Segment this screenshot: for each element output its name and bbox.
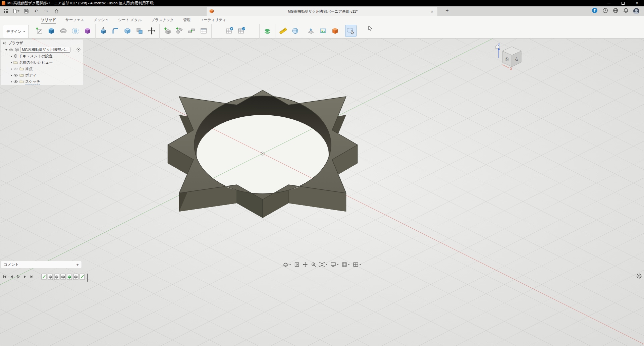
pattern-button[interactable] xyxy=(70,25,81,37)
timeline-extrude-green-feature[interactable] xyxy=(67,273,72,282)
minimize-button[interactable] xyxy=(602,0,616,6)
visibility-eye-icon[interactable] xyxy=(13,80,18,84)
notifications-bell-icon[interactable] xyxy=(623,8,629,15)
expand-arrow-icon[interactable] xyxy=(11,81,12,83)
browser-item-root-component[interactable]: MG高機動型ザク用脚部バーニア... xyxy=(1,47,83,53)
browser-item-origin[interactable]: 原点 xyxy=(1,66,83,72)
configuration-table-button[interactable] xyxy=(236,25,247,37)
timeline-sketch-feature[interactable] xyxy=(41,273,47,282)
expand-arrow-icon[interactable] xyxy=(11,74,12,76)
undo-icon[interactable]: ↶ xyxy=(33,8,40,14)
preferences-gear-icon[interactable] xyxy=(636,273,642,280)
grid-snap-button[interactable] xyxy=(342,262,350,267)
joint-button[interactable] xyxy=(174,25,185,37)
insert-canvas-button[interactable] xyxy=(318,25,328,37)
home-icon[interactable] xyxy=(53,8,60,14)
activate-component-radio[interactable] xyxy=(76,48,80,52)
revolve-button[interactable] xyxy=(58,25,69,37)
comment-bar[interactable]: コメント + xyxy=(1,261,82,268)
add-comment-button[interactable]: + xyxy=(76,262,79,267)
folder-icon xyxy=(13,60,18,65)
step-forward-button[interactable] xyxy=(23,274,27,280)
tab-mesh[interactable]: メッシュ xyxy=(94,17,109,23)
browser-item-bodies[interactable]: ボディ xyxy=(1,72,83,78)
insert-derive-button[interactable] xyxy=(306,25,316,37)
press-pull-button[interactable] xyxy=(98,25,109,37)
expand-arrow-icon[interactable] xyxy=(11,68,12,70)
web-globe-icon[interactable] xyxy=(613,8,619,15)
minimize-browser-icon[interactable] xyxy=(78,43,81,44)
workspace-label: デザイン xyxy=(6,29,21,34)
bom-table-button[interactable] xyxy=(198,25,209,37)
orbit-button[interactable] xyxy=(283,262,291,268)
workspace-selector[interactable]: デザイン xyxy=(3,25,29,38)
close-button[interactable]: × xyxy=(630,0,644,6)
pan-button[interactable] xyxy=(303,262,308,267)
redo-icon[interactable]: ↷ xyxy=(43,8,50,14)
visibility-eye-icon[interactable] xyxy=(9,48,13,52)
tab-surface[interactable]: サーフェス xyxy=(65,17,84,23)
viewport-canvas[interactable]: ブラウザ MG高機動型ザク用脚部バーニア... xyxy=(0,39,644,346)
tab-sheetmetal[interactable]: シート メタル xyxy=(118,17,142,23)
browser-item-document-settings[interactable]: ドキュメントの設定 xyxy=(1,53,83,59)
insert-mesh-button[interactable] xyxy=(330,25,340,37)
shell-button[interactable] xyxy=(122,25,133,37)
close-tab-icon[interactable]: × xyxy=(429,9,435,14)
extrude-button[interactable] xyxy=(46,25,57,37)
visibility-eye-icon[interactable] xyxy=(13,73,18,77)
browser-item-sketches[interactable]: スケッチ xyxy=(1,78,83,85)
create-form-button[interactable] xyxy=(82,25,93,37)
look-at-button[interactable] xyxy=(294,262,300,267)
job-status-icon[interactable] xyxy=(592,7,598,15)
tab-plastic[interactable]: プラスチック xyxy=(151,17,174,23)
document-tab[interactable]: MG高機動型ザク用脚部バーニア基部 v11* × xyxy=(207,7,437,16)
maximize-button[interactable] xyxy=(616,0,630,6)
timeline-extrude-feature[interactable] xyxy=(54,273,60,282)
zoom-button[interactable] xyxy=(311,262,316,267)
timeline-extrude-feature[interactable] xyxy=(48,273,53,282)
folder-icon xyxy=(19,73,24,77)
tab-manage[interactable]: 管理 xyxy=(183,17,191,23)
construct-plane-button[interactable] xyxy=(262,25,273,37)
combine-button[interactable] xyxy=(134,25,145,37)
configure-button[interactable] xyxy=(224,25,235,37)
save-icon[interactable] xyxy=(23,8,30,14)
collapse-browser-icon[interactable] xyxy=(3,41,6,45)
user-avatar[interactable] xyxy=(633,8,639,14)
new-component-button[interactable] xyxy=(162,25,173,37)
display-settings-button[interactable] xyxy=(330,262,339,267)
view-cube[interactable]: 前 右 Z X xyxy=(493,42,528,77)
browser-item-named-views[interactable]: 名前の付いたビュー xyxy=(1,59,83,66)
expand-arrow-icon[interactable] xyxy=(11,55,12,57)
new-tab-button[interactable]: + xyxy=(443,8,451,14)
section-analysis-button[interactable] xyxy=(290,25,301,37)
measure-button[interactable] xyxy=(278,25,288,37)
go-to-end-button[interactable] xyxy=(30,274,34,280)
x-axis-indicator xyxy=(502,65,509,68)
app-grid-icon[interactable] xyxy=(3,8,9,14)
as-built-joint-button[interactable] xyxy=(186,25,197,37)
timeline-extrude-feature[interactable] xyxy=(60,273,66,282)
select-tool-button[interactable] xyxy=(345,25,356,37)
create-sketch-button[interactable] xyxy=(34,25,45,37)
step-back-button[interactable] xyxy=(9,274,14,280)
tab-solid[interactable]: ソリッド xyxy=(41,17,56,23)
move-copy-button[interactable] xyxy=(146,25,157,37)
visibility-eye-off-icon[interactable] xyxy=(13,67,18,71)
file-menu-icon[interactable] xyxy=(13,8,19,14)
expand-arrow-icon[interactable] xyxy=(11,62,12,64)
play-button[interactable] xyxy=(16,274,20,280)
viewcube-right-label: 右 xyxy=(515,57,519,61)
history-clock-icon[interactable] xyxy=(602,8,608,15)
tab-utilities[interactable]: ユーティリティ xyxy=(200,17,226,23)
timeline-sketch-feature[interactable] xyxy=(79,273,85,282)
window-title: MG高機動型ザク用脚部バーニア基部 v11* (Self) - Autodesk… xyxy=(7,1,154,6)
fillet-button[interactable] xyxy=(110,25,121,37)
timeline-extrude-feature[interactable] xyxy=(73,273,79,282)
timeline-position-marker[interactable] xyxy=(87,274,88,282)
fit-button[interactable] xyxy=(319,262,327,267)
go-to-start-button[interactable] xyxy=(3,274,7,280)
timeline-bar xyxy=(0,272,644,282)
collapse-arrow-icon[interactable] xyxy=(5,49,7,51)
viewports-button[interactable] xyxy=(353,262,361,267)
